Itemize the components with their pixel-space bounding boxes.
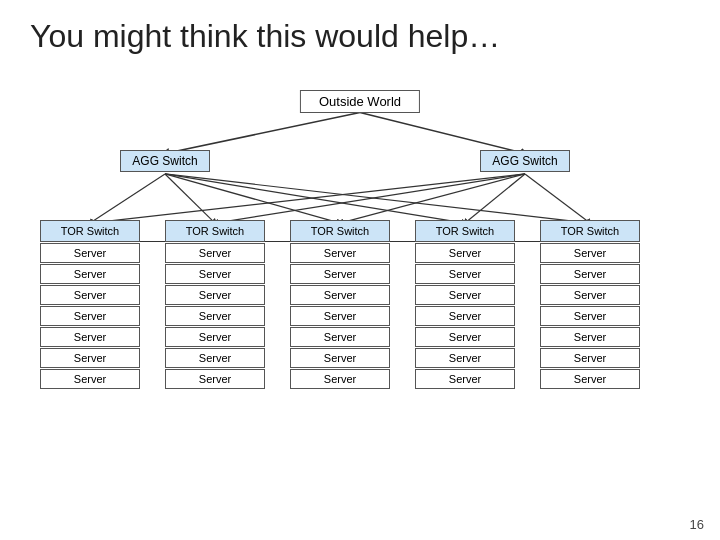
server-2-4: Server <box>165 306 265 326</box>
tor-switch-2: TOR Switch <box>165 220 265 242</box>
server-3-5: Server <box>290 327 390 347</box>
server-1-7: Server <box>40 369 140 389</box>
server-5-7: Server <box>540 369 640 389</box>
server-2-5: Server <box>165 327 265 347</box>
server-3-6: Server <box>290 348 390 368</box>
tor-column-2: TOR Switch Server Server Server Server S… <box>165 220 265 389</box>
server-5-6: Server <box>540 348 640 368</box>
server-2-3: Server <box>165 285 265 305</box>
server-5-1: Server <box>540 243 640 263</box>
server-4-7: Server <box>415 369 515 389</box>
server-4-3: Server <box>415 285 515 305</box>
svg-line-7 <box>90 174 525 223</box>
svg-line-6 <box>165 174 590 223</box>
server-1-3: Server <box>40 285 140 305</box>
tor-switch-1: TOR Switch <box>40 220 140 242</box>
svg-line-4 <box>165 174 340 223</box>
server-5-2: Server <box>540 264 640 284</box>
server-4-6: Server <box>415 348 515 368</box>
agg-switch-left: AGG Switch <box>120 150 210 172</box>
page-title: You might think this would help… <box>0 0 720 55</box>
tor-switch-3: TOR Switch <box>290 220 390 242</box>
server-2-6: Server <box>165 348 265 368</box>
server-5-5: Server <box>540 327 640 347</box>
svg-line-11 <box>525 174 590 223</box>
server-3-2: Server <box>290 264 390 284</box>
server-3-4: Server <box>290 306 390 326</box>
server-3-1: Server <box>290 243 390 263</box>
server-2-2: Server <box>165 264 265 284</box>
server-3-3: Server <box>290 285 390 305</box>
server-4-5: Server <box>415 327 515 347</box>
tor-column-3: TOR Switch Server Server Server Server S… <box>290 220 390 389</box>
svg-line-8 <box>215 174 525 223</box>
server-1-1: Server <box>40 243 140 263</box>
svg-line-2 <box>90 174 165 223</box>
server-3-7: Server <box>290 369 390 389</box>
server-1-4: Server <box>40 306 140 326</box>
server-1-6: Server <box>40 348 140 368</box>
server-1-2: Server <box>40 264 140 284</box>
svg-line-10 <box>465 174 525 223</box>
server-4-1: Server <box>415 243 515 263</box>
page-number: 16 <box>690 517 704 532</box>
server-5-4: Server <box>540 306 640 326</box>
tor-column-5: TOR Switch Server Server Server Server S… <box>540 220 640 389</box>
server-2-1: Server <box>165 243 265 263</box>
diagram-area: Outside World AGG Switch AGG Switch TOR … <box>20 90 700 520</box>
svg-line-3 <box>165 174 215 223</box>
svg-line-9 <box>340 174 525 223</box>
server-4-4: Server <box>415 306 515 326</box>
server-1-5: Server <box>40 327 140 347</box>
svg-line-5 <box>165 174 465 223</box>
tor-column-4: TOR Switch Server Server Server Server S… <box>415 220 515 389</box>
agg-switch-right: AGG Switch <box>480 150 570 172</box>
svg-line-0 <box>165 113 360 154</box>
tor-column-1: TOR Switch Server Server Server Server S… <box>40 220 140 389</box>
server-2-7: Server <box>165 369 265 389</box>
server-4-2: Server <box>415 264 515 284</box>
svg-line-1 <box>360 113 525 154</box>
outside-world-box: Outside World <box>300 90 420 113</box>
tor-switch-4: TOR Switch <box>415 220 515 242</box>
tor-switch-5: TOR Switch <box>540 220 640 242</box>
server-5-3: Server <box>540 285 640 305</box>
